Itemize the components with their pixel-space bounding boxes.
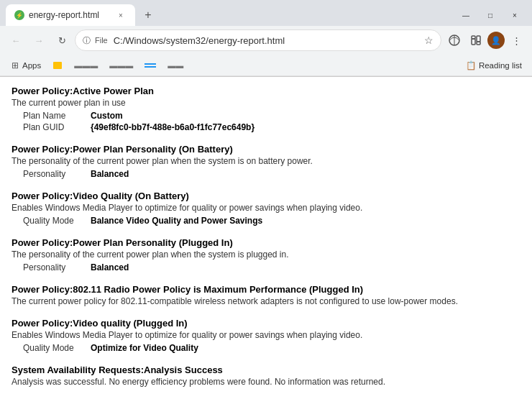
browser-chrome: ⚡ energy-report.html × + — □ × ← → ↻ ⓘ F… [0, 0, 532, 77]
bookmark-3[interactable]: ▬▬▬ [70, 60, 102, 71]
page-content: Power Policy:Active Power PlanThe curren… [0, 77, 532, 417]
section-desc-video-quality-plugged: Enables Windows Media Player to optimize… [12, 330, 520, 340]
row-quality-mode: Quality ModeOptimize for Video Quality [12, 343, 520, 353]
row-label: Quality Mode [23, 216, 88, 226]
svg-rect-5 [472, 36, 475, 39]
row-label: Plan Name [23, 111, 88, 121]
row-quality-mode: Quality ModeBalance Video Quality and Po… [12, 216, 520, 226]
svg-rect-2 [472, 39, 475, 45]
row-label: Personality [23, 262, 88, 272]
section-title-radio-power-policy: Power Policy:802.11 Radio Power Policy i… [12, 284, 520, 295]
refresh-button[interactable]: ↻ [52, 30, 72, 50]
bookmark-3-icon: ▬▬▬ [74, 61, 98, 70]
row-label: Plan GUID [23, 122, 88, 132]
nav-right-icons: 👤 ⋮ [444, 30, 526, 50]
tab-close-button[interactable]: × [115, 9, 127, 21]
reading-list-label: Reading list [479, 61, 522, 70]
reading-list-icon: 📋 [466, 60, 476, 70]
bookmark-4-icon: ▬▬▬ [109, 61, 133, 70]
apps-label: Apps [22, 61, 41, 70]
section-radio-power-policy: Power Policy:802.11 Radio Power Policy i… [12, 284, 520, 306]
section-power-plan-personality-plugged: Power Policy:Power Plan Personality (Plu… [12, 237, 520, 272]
row-value: Balance Video Quality and Power Savings [91, 216, 262, 226]
file-label: File [95, 36, 108, 45]
section-desc-power-plan-personality-plugged: The personality of the current power pla… [12, 249, 520, 260]
section-system-availability: System Availability Requests:Analysis Su… [12, 365, 520, 387]
section-title-system-availability: System Availability Requests:Analysis Su… [12, 365, 520, 375]
row-plan-name: Plan NameCustom [12, 111, 520, 121]
row-value: {49ef8fc0-bb7f-488e-b6a0-f1fc77ec649b} [91, 122, 254, 132]
row-label: Quality Mode [23, 343, 88, 353]
section-desc-video-quality-battery: Enables Windows Media Player to optimize… [12, 203, 520, 213]
row-label: Personality [23, 169, 88, 179]
tab-favicon: ⚡ [14, 10, 24, 20]
maximize-button[interactable]: □ [479, 6, 502, 24]
tab-title: energy-report.html [29, 10, 111, 20]
url-text: C:/Windows/system32/energy-report.html [114, 35, 420, 46]
extensions-icon[interactable] [466, 30, 486, 50]
tab-bar: ⚡ energy-report.html × + — □ × [0, 0, 532, 26]
row-personality: PersonalityBalanced [12, 262, 520, 272]
back-button[interactable]: ← [6, 30, 26, 50]
bookmark-star-icon[interactable]: ☆ [424, 35, 434, 46]
row-value: Balanced [91, 169, 129, 179]
section-desc-system-availability: Analysis was successful. No energy effic… [12, 377, 520, 387]
menu-button[interactable]: ⋮ [506, 30, 526, 50]
svg-rect-3 [477, 36, 480, 42]
bookmark-5[interactable] [140, 62, 160, 69]
close-window-button[interactable]: × [503, 6, 526, 24]
bookmark-6-icon: ▬▬ [168, 61, 183, 70]
active-tab[interactable]: ⚡ energy-report.html × [6, 4, 135, 26]
section-video-quality-plugged: Power Policy:Video quality (Plugged In)E… [12, 318, 520, 353]
section-title-power-plan-personality-plugged: Power Policy:Power Plan Personality (Plu… [12, 237, 520, 248]
row-value: Custom [91, 111, 123, 121]
bookmark-blue-line-icon [145, 63, 156, 68]
section-power-plan-personality-battery: Power Policy:Power Plan Personality (On … [12, 144, 520, 179]
bookmark-yellow-icon [52, 60, 63, 70]
section-video-quality-battery: Power Policy:Video Quality (On Battery)E… [12, 191, 520, 226]
sections-container: Power Policy:Active Power PlanThe curren… [12, 86, 520, 387]
info-icon: ⓘ [83, 35, 91, 46]
section-title-active-power-plan: Power Policy:Active Power Plan [12, 86, 520, 96]
minimize-button[interactable]: — [454, 6, 477, 24]
address-bar[interactable]: ⓘ File C:/Windows/system32/energy-report… [75, 29, 441, 51]
bookmarks-bar: ⊞ Apps ▬▬▬ ▬▬▬ ▬▬ 📋 Reading list [0, 55, 532, 76]
nav-bar: ← → ↻ ⓘ File C:/Windows/system32/energy-… [0, 26, 532, 55]
new-tab-button[interactable]: + [139, 6, 157, 24]
row-personality: PersonalityBalanced [12, 169, 520, 179]
section-active-power-plan: Power Policy:Active Power PlanThe curren… [12, 86, 520, 132]
profile-avatar[interactable]: 👤 [487, 32, 505, 49]
window-controls: — □ × [454, 6, 526, 24]
section-desc-radio-power-policy: The current power policy for 802.11-comp… [12, 296, 520, 306]
apps-grid-icon: ⊞ [10, 60, 20, 70]
section-desc-power-plan-personality-battery: The personality of the current power pla… [12, 156, 520, 166]
bookmark-2[interactable] [48, 59, 67, 72]
svg-rect-4 [477, 42, 480, 45]
section-title-power-plan-personality-battery: Power Policy:Power Plan Personality (On … [12, 144, 520, 155]
row-value: Balanced [91, 262, 129, 272]
reading-list-button[interactable]: 📋 Reading list [462, 59, 526, 72]
section-title-video-quality-battery: Power Policy:Video Quality (On Battery) [12, 191, 520, 201]
section-desc-active-power-plan: The current power plan in use [12, 98, 520, 108]
row-value: Optimize for Video Quality [91, 343, 198, 353]
profile-circle-button[interactable] [444, 30, 464, 50]
apps-bookmark[interactable]: ⊞ Apps [6, 59, 45, 72]
forward-button[interactable]: → [29, 30, 49, 50]
row-plan-guid: Plan GUID{49ef8fc0-bb7f-488e-b6a0-f1fc77… [12, 122, 520, 132]
bookmark-4[interactable]: ▬▬▬ [105, 60, 137, 71]
section-title-video-quality-plugged: Power Policy:Video quality (Plugged In) [12, 318, 520, 329]
bookmark-6[interactable]: ▬▬ [163, 60, 188, 71]
